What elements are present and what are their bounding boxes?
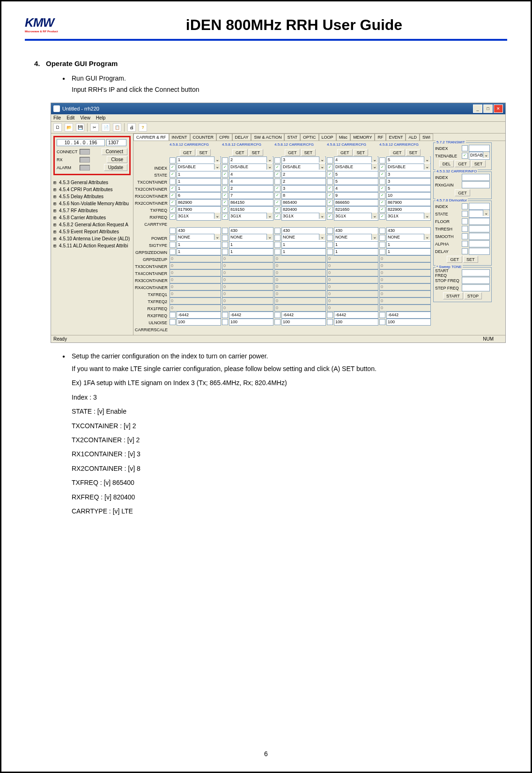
- dm-checkbox[interactable]: [462, 218, 468, 224]
- col-set-button[interactable]: SET: [406, 149, 421, 156]
- row-checkbox[interactable]: [379, 242, 385, 248]
- row-checkbox[interactable]: [327, 228, 333, 234]
- row-select[interactable]: DISABLE: [386, 164, 431, 171]
- dm-checkbox[interactable]: [462, 211, 468, 217]
- row-checkbox[interactable]: ✓: [170, 200, 176, 206]
- dm-checkbox[interactable]: [462, 248, 468, 254]
- dm-input[interactable]: [469, 210, 490, 218]
- row-input[interactable]: 430: [386, 227, 431, 234]
- row-checkbox[interactable]: [327, 178, 333, 185]
- row-input[interactable]: 821650: [334, 206, 378, 213]
- row-input[interactable]: 100: [334, 319, 378, 326]
- row-input[interactable]: 4: [229, 171, 273, 178]
- row-checkbox[interactable]: [327, 319, 333, 325]
- row-checkbox[interactable]: ✓: [170, 186, 176, 192]
- row-checkbox[interactable]: ✓: [274, 171, 281, 178]
- row-select[interactable]: NONE: [386, 234, 431, 242]
- row-checkbox[interactable]: [379, 312, 385, 318]
- row-checkbox[interactable]: ✓: [170, 164, 176, 171]
- row-input[interactable]: 5: [386, 185, 431, 192]
- row-input[interactable]: 5: [334, 178, 378, 185]
- row-checkbox[interactable]: [327, 312, 333, 318]
- row-input[interactable]: 1: [177, 248, 221, 255]
- row-checkbox[interactable]: [274, 312, 281, 318]
- col-get-button[interactable]: GET: [180, 149, 195, 156]
- dm-checkbox[interactable]: [462, 233, 468, 239]
- row-input[interactable]: 2: [281, 178, 326, 185]
- row-select[interactable]: 3G1X: [386, 213, 431, 221]
- row-checkbox[interactable]: [274, 242, 281, 248]
- open-icon[interactable]: 📂: [65, 123, 73, 132]
- col-set-button[interactable]: SET: [196, 149, 211, 156]
- row-input[interactable]: 3: [386, 171, 431, 178]
- row-checkbox[interactable]: [222, 249, 228, 255]
- del-button[interactable]: DEL: [439, 160, 454, 167]
- txenable-select[interactable]: DISABLE: [469, 152, 490, 160]
- row-input[interactable]: 1: [386, 248, 431, 255]
- row-input[interactable]: 100: [281, 319, 326, 326]
- row-checkbox[interactable]: ✓: [222, 186, 228, 192]
- dm-input[interactable]: [469, 240, 490, 247]
- row-input[interactable]: 1: [229, 248, 273, 255]
- row-select[interactable]: 3G1X: [177, 213, 221, 221]
- paste-icon[interactable]: 📋: [113, 123, 121, 132]
- row-checkbox[interactable]: ✓: [327, 171, 333, 178]
- row-checkbox[interactable]: ✓: [327, 200, 333, 206]
- row-input[interactable]: 4: [334, 185, 378, 192]
- dm-input[interactable]: [469, 233, 490, 240]
- copy-icon[interactable]: 📄: [102, 123, 110, 132]
- dm-input[interactable]: [469, 218, 490, 225]
- row-select[interactable]: 3G1X: [334, 213, 378, 221]
- dm-input[interactable]: [469, 225, 490, 232]
- row-checkbox[interactable]: ✓: [327, 186, 333, 192]
- row-checkbox[interactable]: [379, 249, 385, 255]
- row-checkbox[interactable]: ✓: [222, 193, 228, 199]
- row-input[interactable]: 822900: [386, 206, 431, 213]
- tree-item[interactable]: 4.5.6 Non-Volatile Memory Attribu: [53, 200, 131, 207]
- row-input[interactable]: 100: [229, 319, 273, 326]
- row-checkbox[interactable]: [379, 319, 385, 325]
- row-input[interactable]: 1: [334, 241, 378, 248]
- col-set-button[interactable]: SET: [354, 149, 369, 156]
- row-input[interactable]: 1: [177, 171, 221, 178]
- tab-optic[interactable]: OPTIC: [300, 134, 319, 141]
- row-input[interactable]: 7: [229, 192, 273, 199]
- row-select[interactable]: NONE: [281, 234, 326, 242]
- tree-item[interactable]: 4.5.9 Event Report Attributes: [53, 228, 131, 235]
- row-checkbox[interactable]: [222, 235, 228, 241]
- menu-help[interactable]: Help: [96, 115, 106, 120]
- row-input[interactable]: -6442: [281, 312, 326, 319]
- row-input[interactable]: -6442: [177, 312, 221, 319]
- row-checkbox[interactable]: ✓: [274, 200, 281, 206]
- row-input[interactable]: 820400: [281, 206, 326, 213]
- row-input[interactable]: 10: [386, 192, 431, 199]
- col-get-button[interactable]: GET: [337, 149, 353, 156]
- row-input[interactable]: 2: [229, 185, 273, 192]
- row-checkbox[interactable]: ✓: [222, 214, 228, 220]
- row-checkbox[interactable]: [274, 319, 281, 325]
- row-checkbox[interactable]: ✓: [379, 193, 385, 199]
- tab-carrierrf[interactable]: CARRIER & RF: [133, 134, 169, 141]
- new-icon[interactable]: 🗋: [53, 123, 62, 132]
- maximize-button[interactable]: □: [483, 104, 493, 113]
- row-checkbox[interactable]: [274, 235, 281, 241]
- row-checkbox[interactable]: [379, 228, 385, 234]
- ci-index-input[interactable]: [462, 174, 490, 181]
- row-input[interactable]: 430: [229, 227, 273, 234]
- row-input[interactable]: -6442: [229, 312, 273, 319]
- row-checkbox[interactable]: [170, 157, 176, 164]
- tab-stat[interactable]: STAT: [284, 134, 300, 141]
- row-input[interactable]: 430: [281, 227, 326, 234]
- dm-input[interactable]: [469, 248, 490, 255]
- ip-input[interactable]: 10 . 14 . 0 . 196: [57, 139, 105, 146]
- dm-set-button[interactable]: SET: [463, 256, 478, 263]
- col-get-button[interactable]: GET: [390, 149, 405, 156]
- row-input[interactable]: 3: [281, 185, 326, 192]
- row-checkbox[interactable]: ✓: [327, 214, 333, 220]
- update-button[interactable]: Update: [104, 164, 127, 171]
- dm-checkbox[interactable]: [462, 226, 468, 232]
- col-get-button[interactable]: GET: [232, 149, 248, 156]
- row-checkbox[interactable]: ✓: [274, 193, 281, 199]
- row-input[interactable]: 1: [177, 178, 221, 185]
- row-checkbox[interactable]: [327, 249, 333, 255]
